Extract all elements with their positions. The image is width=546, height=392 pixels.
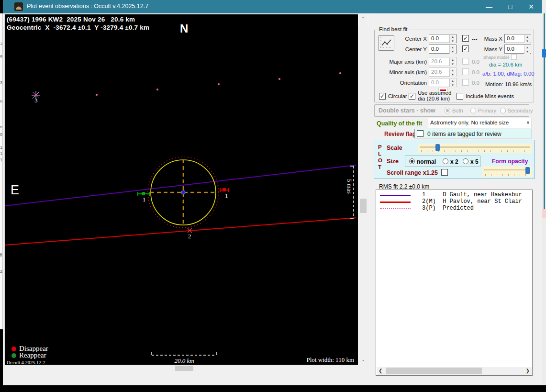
minor-axis-spinner[interactable]: ▲▼ <box>449 68 456 77</box>
fit-chart-button[interactable] <box>378 35 394 51</box>
plot-vscroll-thumb[interactable] <box>360 199 367 213</box>
size-normal-radio[interactable] <box>409 158 415 164</box>
orientation-input[interactable]: 0.0▲▼ <box>429 78 457 87</box>
size-x2-radio[interactable] <box>443 158 448 164</box>
double-both-radio[interactable] <box>445 108 450 113</box>
major-axis-fit-checkbox[interactable] <box>462 58 469 65</box>
scroll-right-icon[interactable]: ❯ <box>526 368 530 373</box>
plot-horizontal-scrollbar[interactable] <box>4 365 359 372</box>
observer-row-2[interactable]: 2(M) H Pavlov, near St Clair <box>422 198 522 205</box>
scale-slider-thumb[interactable] <box>435 144 440 151</box>
predicted-dot <box>96 94 98 96</box>
predicted-dots <box>5 14 359 365</box>
app-window: Plot event observations : Occult v.4.202… <box>3 0 542 385</box>
center-y-input[interactable]: 0.0▲▼ <box>429 45 457 54</box>
scroll-down-icon[interactable]: ⌄ <box>359 357 368 362</box>
observer-row-1[interactable]: 1 D Gault, near Hawkesbur <box>422 191 522 198</box>
plot-hscroll-thumb[interactable] <box>175 366 193 371</box>
major-axis-fit-value: 0.0 <box>472 59 479 65</box>
center-y-fit-checkbox[interactable]: ✓ <box>462 45 469 52</box>
major-axis-input[interactable]: 20.6▲▼ <box>429 57 457 66</box>
scalebar-label: 20.0 km <box>163 357 206 365</box>
size-x5-radio[interactable] <box>463 158 468 164</box>
observers-hscroll-thumb[interactable] <box>386 368 482 374</box>
star-label: 3 <box>34 97 38 104</box>
opacity-slider[interactable] <box>482 166 532 177</box>
minor-axis-fit-checkbox[interactable] <box>462 68 469 75</box>
chord2-legend-line <box>380 202 411 203</box>
background-text-fragment: 0 <box>0 132 2 137</box>
plot-geocentric: Geocentric X -3672.4 ±0.1 Y -3279.4 ±0.7… <box>7 24 149 31</box>
review-flags-checkbox[interactable] <box>417 130 423 137</box>
chord2-label: 2 <box>188 233 191 240</box>
double-stars-label: Double stars - show <box>379 107 435 114</box>
background-pink-fragment <box>542 209 546 218</box>
plot-letter-p: P <box>378 144 382 150</box>
scroll-left-icon[interactable]: ❮ <box>379 368 382 373</box>
control-panel: Find best fit Center X 0.0▲▼ ✓ --- Mass … <box>368 14 542 385</box>
include-miss-checkbox[interactable] <box>457 93 463 100</box>
predicted-dot <box>156 89 158 90</box>
scroll-range-checkbox[interactable] <box>441 169 448 176</box>
background-text-fragment: 1 <box>0 157 2 162</box>
title-bar: Plot event observations : Occult v.4.202… <box>3 0 542 13</box>
orientation-fit-value: 0.0 <box>472 80 479 86</box>
size-x5-label: x 5 <box>470 158 479 165</box>
scroll-up-icon[interactable]: ⌃ <box>359 16 368 21</box>
opacity-slider-thumb[interactable] <box>525 167 530 174</box>
rms-fit-text: RMS fit 2.2 ±0.0 km <box>379 183 429 190</box>
orientation-spinner[interactable]: ▲▼ <box>449 79 456 87</box>
size-label: Size <box>387 158 399 165</box>
double-both-label: Both <box>452 108 463 113</box>
background-text-fragment: 1 <box>0 145 2 150</box>
plot-vertical-scrollbar[interactable]: ⌃ ⌄ <box>359 14 368 365</box>
observers-hscroll[interactable]: ❮ ❯ <box>377 367 532 375</box>
minimize-button[interactable]: — <box>478 0 500 13</box>
double-stars-group: Double stars - show Both Primary Seconda… <box>374 104 529 117</box>
center-x-spinner[interactable]: ▲▼ <box>449 35 456 43</box>
mass-y-input[interactable]: 0.0▲▼ <box>504 45 531 54</box>
predicted-legend-line <box>380 208 411 209</box>
scroll-range-label: Scroll range x1.25 <box>387 169 438 176</box>
scale-slider[interactable] <box>418 144 532 153</box>
double-primary-radio[interactable] <box>470 108 476 113</box>
double-secondary-label: Secondary <box>508 108 533 113</box>
minor-axis-input[interactable]: 20.6▲▼ <box>429 67 457 77</box>
minor-axis-label: Minor axis (km) <box>383 69 427 75</box>
observer-row-3[interactable]: 3(P) Predicted <box>422 205 474 212</box>
observers-list[interactable]: 1 D Gault, near Hawkesbur 2(M) H Pavlov,… <box>376 190 533 376</box>
mass-y-spinner[interactable]: ▲▼ <box>524 45 530 54</box>
mass-y-label: Mass Y <box>481 46 502 52</box>
plot-title: (69437) 1996 KW2 2025 Nov 26 20.6 km <box>7 16 135 23</box>
review-flags-text: 0 items are tagged for review <box>427 131 501 137</box>
plot-letter-o: O <box>378 157 382 163</box>
plot-canvas[interactable]: (69437) 1996 KW2 2025 Nov 26 20.6 km Geo… <box>4 14 358 365</box>
quality-dropdown[interactable]: Astrometry only. No reliable size ∨ <box>428 118 532 128</box>
mass-x-spinner[interactable]: ▲▼ <box>524 35 530 43</box>
use-assumed-label-2: dia (20.6 km) <box>418 96 450 101</box>
maximize-button[interactable]: □ <box>499 0 521 13</box>
ab-dmag-text: a/b: 1.00, dMag: 0.00 <box>482 71 535 77</box>
background-text-fragment: 2 <box>0 269 2 274</box>
form-opacity-label: Form opacity <box>492 158 528 165</box>
mass-x-input[interactable]: 0.0▲▼ <box>504 34 531 43</box>
double-secondary-radio[interactable] <box>500 108 506 113</box>
close-button[interactable]: ✕ <box>520 0 542 13</box>
chord1-legend-line <box>380 195 411 196</box>
center-x-label: Center X <box>397 36 427 42</box>
center-x-fit-checkbox[interactable]: ✓ <box>462 35 469 42</box>
chord1-end-label: 1 <box>225 192 228 200</box>
orientation-fit-checkbox[interactable] <box>462 79 469 86</box>
disappear-dot-icon <box>11 347 16 351</box>
use-assumed-checkbox[interactable]: ✓ <box>409 93 415 100</box>
compass-east: E <box>11 183 19 198</box>
review-flags-label: Review flags <box>384 131 419 137</box>
circular-checkbox[interactable]: ✓ <box>379 93 386 100</box>
size-radio-group: normal x 2 x 5 <box>405 156 480 167</box>
major-axis-spinner[interactable]: ▲▼ <box>449 58 456 66</box>
predicted-dot <box>218 83 220 85</box>
shape-model-checkbox[interactable] <box>511 54 517 60</box>
include-miss-label: Include Miss events <box>466 93 514 99</box>
center-x-input[interactable]: 0.0▲▼ <box>429 34 457 43</box>
center-y-spinner[interactable]: ▲▼ <box>449 45 456 54</box>
